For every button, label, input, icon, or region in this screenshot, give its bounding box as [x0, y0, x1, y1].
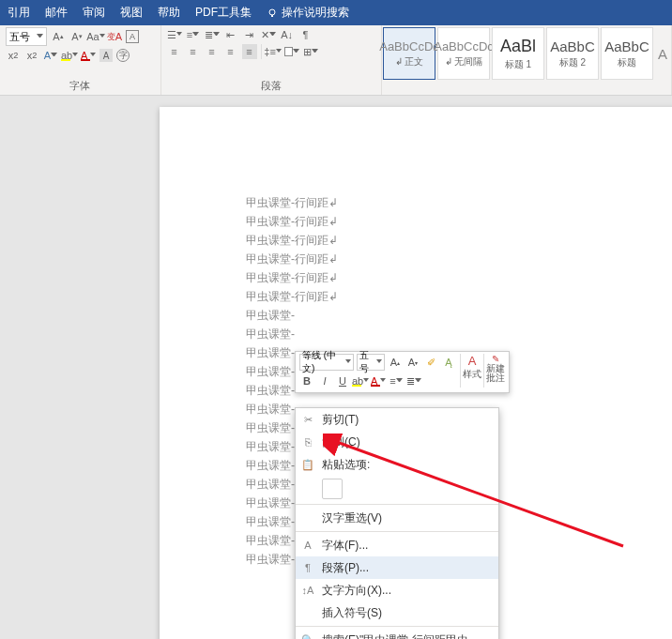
- font-color-button[interactable]: A: [81, 48, 96, 63]
- context-menu: ✂ 剪切(T) ⎘ 复制(C) 📋 粘贴选项: 汉字重选(V) A 字体(F).…: [295, 407, 499, 639]
- style-name: 标题 2: [559, 56, 586, 69]
- menu-review[interactable]: 审阅: [83, 5, 105, 21]
- cm-cut[interactable]: ✂ 剪切(T): [296, 408, 498, 431]
- styles-gallery[interactable]: AaBbCcDc ↲ 正文 AaBbCcDc ↲ 无间隔 AaBl 标题 1 A…: [382, 25, 671, 82]
- chevron-down-icon: [176, 32, 182, 38]
- align-left-button[interactable]: ≡: [167, 44, 182, 59]
- chevron-down-icon: [72, 53, 78, 59]
- decrease-font-button[interactable]: A▾: [69, 29, 84, 44]
- cm-label: 段落(P)...: [322, 560, 369, 576]
- paste-keep-formatting[interactable]: [322, 479, 343, 499]
- borders-button[interactable]: ⊞: [303, 44, 318, 59]
- align-right-button[interactable]: ≡: [205, 44, 220, 59]
- doc-line: 甲虫课堂-行间距↲: [246, 231, 672, 250]
- highlight-button[interactable]: ab: [62, 48, 77, 63]
- cm-label: 字体(F)...: [322, 538, 368, 554]
- cm-label: 剪切(T): [322, 412, 359, 428]
- mini-font-color-button[interactable]: A: [371, 373, 386, 389]
- multilevel-list-button[interactable]: ≣: [205, 27, 220, 42]
- mini-italic-button[interactable]: I: [317, 373, 332, 389]
- menu-view[interactable]: 视图: [120, 5, 143, 21]
- mini-format-painter-button[interactable]: ✐: [423, 354, 438, 371]
- align-justify-button[interactable]: ≡: [223, 44, 238, 59]
- style-subtitle-partial[interactable]: A: [655, 27, 670, 80]
- increase-indent-button[interactable]: ⇥: [242, 27, 257, 42]
- doc-line: 甲虫课堂-行间距↲: [246, 250, 672, 268]
- doc-line: 甲虫课堂-行间距↲: [246, 193, 672, 212]
- style-no-spacing[interactable]: AaBbCcDc ↲ 无间隔: [437, 27, 490, 80]
- numbering-button[interactable]: ≡: [186, 27, 201, 42]
- chevron-down-icon: [192, 32, 199, 38]
- sort-button[interactable]: A↓: [280, 27, 295, 42]
- mini-font-value: 等线 (中文): [302, 349, 345, 375]
- chevron-down-icon: [213, 32, 220, 38]
- mini-bold-button[interactable]: B: [299, 373, 314, 389]
- mini-grow-font-button[interactable]: A▴: [388, 354, 403, 371]
- bullets-button[interactable]: ☰: [167, 27, 182, 42]
- scissors-icon: ✂: [301, 413, 314, 426]
- mini-numbering-button[interactable]: ≣: [406, 373, 421, 389]
- line-spacing-button[interactable]: ‡≡: [266, 44, 281, 59]
- style-preview: AaBbC: [604, 38, 649, 54]
- paragraph-icon: ¶: [301, 561, 314, 574]
- text-effects-button[interactable]: A: [43, 48, 58, 63]
- mini-size-combo[interactable]: 五号: [357, 354, 385, 371]
- superscript-button[interactable]: x2: [24, 48, 39, 63]
- menu-pdftools[interactable]: PDF工具集: [195, 5, 252, 21]
- workspace: 甲虫课堂-行间距↲甲虫课堂-行间距↲甲虫课堂-行间距↲甲虫课堂-行间距↲甲虫课堂…: [0, 96, 672, 639]
- separator: [261, 44, 262, 59]
- doc-line: 甲虫课堂-: [246, 325, 672, 343]
- mini-new-comment-label: 新建 批注: [486, 364, 505, 383]
- mini-font-combo[interactable]: 等线 (中文): [299, 354, 354, 371]
- cm-search[interactable]: 🔍 搜索(E)"甲虫课堂-行间距甲虫课堂-行...": [296, 629, 498, 639]
- enclose-char-button[interactable]: 字: [116, 49, 130, 62]
- menu-reference[interactable]: 引用: [8, 5, 30, 21]
- style-preview: AaBbCcDc: [379, 39, 439, 53]
- cm-font[interactable]: A 字体(F)...: [296, 534, 498, 556]
- tell-me-search[interactable]: 操作说明搜索: [267, 5, 349, 21]
- chevron-down-icon: [293, 49, 299, 55]
- style-heading1[interactable]: AaBl 标题 1: [492, 27, 544, 80]
- mini-highlight-button[interactable]: ab: [353, 373, 368, 389]
- menu-help[interactable]: 帮助: [158, 5, 180, 21]
- increase-font-button[interactable]: A▴: [51, 29, 66, 44]
- show-marks-button[interactable]: ¶: [298, 27, 313, 42]
- mini-shrink-font-button[interactable]: A▾: [405, 354, 420, 371]
- cm-paragraph[interactable]: ¶ 段落(P)...: [296, 556, 498, 579]
- mini-styles-button[interactable]: A 样式: [463, 354, 481, 390]
- cm-copy[interactable]: ⎘ 复制(C): [296, 431, 498, 453]
- cm-text-direction[interactable]: ↕A 文字方向(X)...: [296, 579, 498, 601]
- align-distribute-button[interactable]: ≡: [242, 44, 257, 59]
- decrease-indent-button[interactable]: ⇤: [223, 27, 238, 42]
- shading-button[interactable]: [284, 44, 299, 59]
- char-shading-button[interactable]: A: [99, 49, 113, 62]
- asian-layout-button[interactable]: ✕: [261, 27, 276, 42]
- mini-new-comment-button[interactable]: ✎ 新建 批注: [486, 354, 505, 390]
- change-case-button[interactable]: Aa: [88, 29, 103, 44]
- text-direction-icon: ↕A: [301, 584, 314, 597]
- cm-paste-options: [296, 476, 498, 502]
- cm-label: 汉字重选(V): [322, 510, 382, 526]
- phonetic-guide-button[interactable]: 变A: [107, 29, 122, 44]
- mini-size-value: 五号: [359, 349, 376, 375]
- style-name: 标题 1: [505, 58, 531, 71]
- align-center-button[interactable]: ≡: [186, 44, 201, 59]
- font-size-combo[interactable]: 五号: [6, 27, 47, 46]
- cm-insert-symbol[interactable]: 插入符号(S): [296, 601, 498, 624]
- mini-underline-button[interactable]: U: [335, 373, 350, 389]
- mini-clear-format-button[interactable]: Ą: [441, 354, 456, 371]
- mini-bullets-button[interactable]: ≡: [389, 373, 404, 389]
- subscript-button[interactable]: x2: [6, 48, 21, 63]
- cm-label: 文字方向(X)...: [322, 583, 391, 599]
- chevron-down-icon: [415, 378, 421, 385]
- style-title[interactable]: AaBbC 标题: [601, 27, 653, 80]
- cm-label: 搜索(E)"甲虫课堂-行间距甲虫课堂-行...": [322, 632, 486, 640]
- ribbon-group-font: 五号 A▴ A▾ Aa 变A A x2 x2 A ab A A 字 字体: [0, 25, 161, 95]
- char-border-button[interactable]: A: [126, 30, 139, 43]
- menu-mail[interactable]: 邮件: [45, 5, 68, 21]
- separator: [296, 626, 498, 627]
- style-normal[interactable]: AaBbCcDc ↲ 正文: [383, 27, 435, 80]
- style-heading2[interactable]: AaBbC 标题 2: [546, 27, 599, 80]
- cm-hanzi-reselect[interactable]: 汉字重选(V): [296, 507, 498, 529]
- chevron-down-icon: [99, 34, 105, 40]
